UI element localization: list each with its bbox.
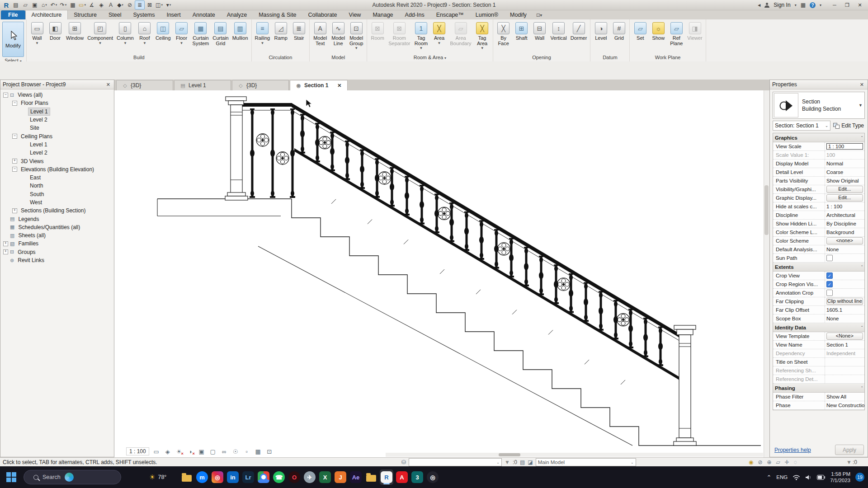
ribbon-tab-manage[interactable]: Manage bbox=[367, 10, 399, 19]
tree-item-level-1[interactable]: Level 1 bbox=[0, 108, 114, 116]
area-button[interactable]: ╳Area▼ bbox=[430, 21, 448, 55]
property-value-text[interactable]: Show Original bbox=[826, 178, 859, 183]
property-group-identity-data[interactable]: Identity Dataˆ bbox=[773, 323, 864, 332]
property-value[interactable]: ✓ bbox=[825, 272, 864, 279]
model-line-button[interactable]: ∿Model Line bbox=[329, 21, 347, 55]
taskbar-app-obs[interactable]: ◎ bbox=[426, 469, 439, 485]
vertical-scrollbar[interactable] bbox=[764, 90, 769, 457]
default-3d-view-icon[interactable]: ◆▾ bbox=[116, 1, 125, 9]
panel-label-model[interactable]: Model bbox=[310, 55, 367, 61]
dropdown-arrow-icon[interactable]: ▼ bbox=[438, 42, 441, 45]
tree-item-north[interactable]: North bbox=[0, 182, 114, 190]
shadows-icon[interactable]: ◑× bbox=[186, 447, 194, 455]
taskbar-app-acrobat[interactable]: A bbox=[395, 469, 409, 485]
window-button[interactable]: ⊞Window bbox=[64, 21, 85, 55]
panel-label-room-area[interactable]: Room & Area▾ bbox=[367, 55, 492, 61]
undo-icon[interactable]: ↶▾ bbox=[49, 1, 58, 9]
tree-item-east[interactable]: East bbox=[0, 174, 114, 182]
by-face-button[interactable]: ╳By Face bbox=[495, 21, 513, 55]
tree-item-level-2[interactable]: Level 2 bbox=[0, 149, 114, 157]
collapse-icon[interactable]: − bbox=[12, 167, 17, 172]
dropdown-arrow-icon[interactable]: ▼ bbox=[180, 42, 184, 45]
property-group-extents[interactable]: Extentsˆ bbox=[773, 263, 864, 272]
edit-type-button[interactable]: Edit Type bbox=[832, 122, 865, 129]
start-button[interactable] bbox=[6, 466, 16, 488]
help-dropdown-icon[interactable]: ▾ bbox=[820, 3, 821, 7]
ribbon-tab-structure[interactable]: Structure bbox=[68, 10, 103, 19]
property-group-graphics[interactable]: Graphicsˆ bbox=[773, 133, 864, 142]
property-value-text[interactable]: 100 bbox=[826, 152, 835, 158]
drawing-canvas[interactable]: 1 : 100 ▭◈☀×◑×▣▢∞☉▫▦⊡ bbox=[114, 90, 769, 457]
tree-item-schedules-quantities-all[interactable]: ▦Schedules/Quantities (all) bbox=[0, 223, 114, 231]
dropdown-arrow-icon[interactable]: ▼ bbox=[260, 42, 264, 45]
measure-icon[interactable]: ▭▾ bbox=[78, 1, 87, 9]
curtain-grid-button[interactable]: ▤Curtain Grid bbox=[211, 21, 230, 55]
active-option-icon[interactable]: ◪ bbox=[528, 459, 533, 465]
ribbon-tab-analyze[interactable]: Analyze bbox=[221, 10, 253, 19]
thin-lines-icon[interactable]: ≣ bbox=[135, 0, 145, 9]
type-selector[interactable]: Section Building Section ▼ bbox=[773, 92, 865, 119]
taskbar-weather[interactable]: ☀ 78° bbox=[149, 466, 166, 488]
property-value-text[interactable]: Architectural bbox=[826, 212, 855, 218]
property-value-text[interactable]: New Construction bbox=[826, 403, 864, 408]
tag-by-category-icon[interactable]: ◈ bbox=[97, 1, 106, 9]
taskbar-app-telegram[interactable]: ✈ bbox=[303, 469, 316, 485]
vertical-scrollbar-thumb[interactable] bbox=[764, 185, 769, 235]
tree-item-west[interactable]: West bbox=[0, 198, 114, 206]
lock-view-icon[interactable]: ⊡ bbox=[265, 447, 274, 455]
ribbon-tab-insert[interactable]: Insert bbox=[160, 10, 186, 19]
property-value-text[interactable]: Coarse bbox=[826, 169, 843, 175]
home-3d-icon[interactable]: ⌂▾ bbox=[40, 1, 49, 9]
property-value[interactable]: Coarse bbox=[825, 169, 864, 175]
crop-view-icon[interactable]: ▣ bbox=[198, 447, 206, 455]
properties-close-icon[interactable]: ✕ bbox=[859, 82, 865, 88]
dropdown-arrow-icon[interactable]: ▼ bbox=[123, 42, 127, 45]
property-value[interactable]: None bbox=[825, 247, 864, 252]
taskbar-app-lightroom[interactable]: Lr bbox=[241, 469, 255, 485]
set-button[interactable]: ▱Set bbox=[631, 21, 649, 55]
maximize-button[interactable]: ❐ bbox=[841, 0, 854, 9]
panel-label-opening[interactable]: Opening bbox=[493, 55, 590, 61]
view-tab-3d-0[interactable]: ◇{3D} bbox=[116, 80, 173, 90]
dropdown-arrow-icon[interactable]: ▼ bbox=[99, 42, 102, 45]
temporary-hide-isolate-icon[interactable]: ∞ bbox=[220, 447, 228, 455]
ribbon-tab-collaborate[interactable]: Collaborate bbox=[302, 10, 343, 19]
property-value-text[interactable]: Background bbox=[826, 230, 854, 235]
show-button[interactable]: ☼Show bbox=[649, 21, 667, 55]
ribbon-tab-lumion[interactable]: Lumion® bbox=[470, 10, 504, 19]
tree-item-families[interactable]: +▧Families bbox=[0, 239, 114, 248]
sign-in-dropdown-icon[interactable]: ▾ bbox=[795, 3, 797, 7]
tree-item-sections-building-section[interactable]: +Sections (Building Section) bbox=[0, 206, 114, 215]
view-tab-3d-2[interactable]: ◇{3D} bbox=[232, 80, 289, 90]
checkbox-unchecked[interactable] bbox=[826, 290, 833, 296]
revit-logo-icon[interactable]: R bbox=[2, 1, 11, 9]
property-value[interactable]: 1605.1 bbox=[825, 307, 864, 313]
group-collapse-icon[interactable]: ˆ bbox=[861, 386, 863, 390]
tree-item-ceiling-plans[interactable]: −Ceiling Plans bbox=[0, 132, 114, 140]
file-menu-icon[interactable]: ▤ bbox=[11, 1, 20, 9]
checkbox-unchecked[interactable] bbox=[826, 255, 833, 261]
tag-area-button[interactable]: ╳Tag Area▼ bbox=[473, 21, 491, 55]
ribbon-tab-enscape[interactable]: Enscape™ bbox=[430, 10, 470, 19]
type-combo[interactable]: Section: Section 1 ⌄ bbox=[773, 121, 830, 131]
roof-button[interactable]: ⌂Roof▼ bbox=[136, 21, 154, 55]
clock[interactable]: 1:58 PM 7/1/2023 bbox=[830, 471, 850, 483]
reveal-hidden-elements-icon[interactable]: ☉ bbox=[231, 447, 240, 455]
workset-combo[interactable]: ⌄ bbox=[409, 458, 502, 466]
door-button[interactable]: ◧Door bbox=[46, 21, 64, 55]
view-tab-level-1-1[interactable]: ▤Level 1 bbox=[174, 80, 231, 90]
project-browser-close-icon[interactable]: ✕ bbox=[105, 82, 112, 88]
design-options-icon[interactable]: ▤ bbox=[520, 459, 525, 465]
dropdown-arrow-icon[interactable]: ▼ bbox=[420, 47, 423, 50]
tree-item-level-1[interactable]: Level 1 bbox=[0, 141, 114, 149]
move-nearby-icon[interactable]: ✛ bbox=[785, 459, 789, 465]
ramp-button[interactable]: ◿Ramp bbox=[272, 21, 290, 55]
group-collapse-icon[interactable]: ˆ bbox=[861, 325, 863, 330]
property-value-text[interactable]: Normal bbox=[826, 161, 843, 166]
tree-item-level-2[interactable]: Level 2 bbox=[0, 116, 114, 124]
property-value-text[interactable]: Show All bbox=[826, 394, 846, 399]
help-icon[interactable]: ? bbox=[810, 2, 816, 8]
ribbon-tab-annotate[interactable]: Annotate bbox=[187, 10, 221, 19]
close-hidden-windows-icon[interactable]: ⊠ bbox=[145, 1, 154, 9]
expand-icon[interactable]: + bbox=[3, 241, 8, 246]
